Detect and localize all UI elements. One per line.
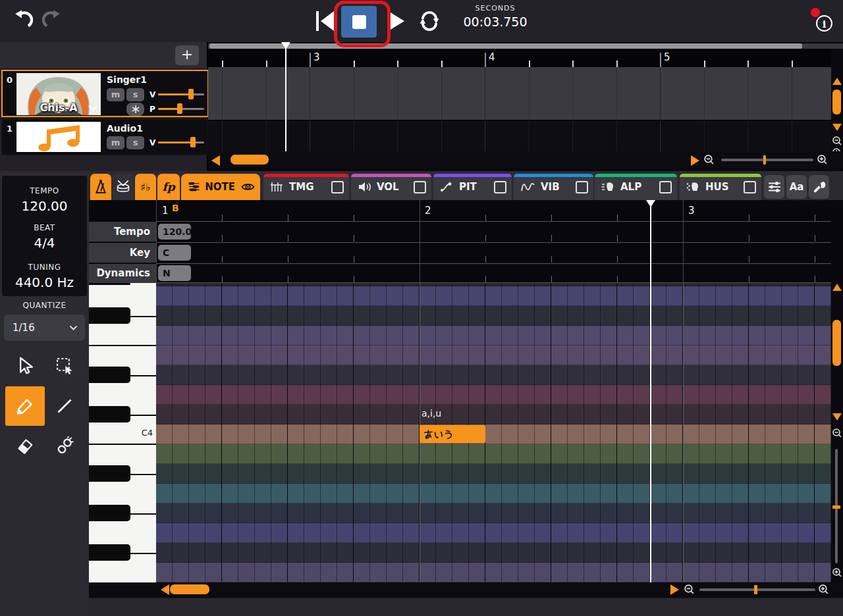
c4-key-label: C4 — [142, 428, 153, 438]
undo-button[interactable] — [11, 9, 33, 32]
arrange-lane-audio[interactable] — [208, 120, 831, 153]
stop-button[interactable] — [341, 6, 377, 38]
metronome-toggle[interactable] — [90, 174, 111, 200]
tab-alp[interactable]: ALP — [595, 174, 677, 200]
tab-vib[interactable]: VIB — [514, 174, 593, 200]
v-zoom-handle[interactable] — [832, 505, 840, 509]
magnifier-minus-icon[interactable] — [684, 584, 695, 595]
tab-checkbox[interactable] — [659, 181, 672, 193]
h-scroll-thumb[interactable] — [170, 584, 209, 594]
scroll-right-arrow[interactable] — [670, 584, 679, 595]
drum-toggle[interactable] — [113, 174, 134, 200]
audio-thumbnail[interactable] — [16, 121, 101, 153]
playhead-marker[interactable] — [646, 200, 655, 207]
tab-checkbox[interactable] — [494, 181, 506, 193]
volume-slider[interactable] — [158, 89, 204, 99]
quantize-dropdown[interactable]: 1/16 — [4, 315, 85, 341]
dynamics-value-chip[interactable]: N — [158, 265, 191, 281]
note-grid[interactable]: a,i,u あいう — [156, 283, 831, 582]
add-track-button[interactable]: + — [175, 45, 199, 65]
scroll-right-arrow[interactable] — [691, 155, 699, 166]
arrange-lane-singer[interactable] — [208, 67, 831, 120]
track-row-singer1[interactable]: 0 Chis-A Singer1 m — [1, 70, 209, 117]
zoom-slider[interactable] — [721, 159, 813, 161]
h-zoom-handle[interactable] — [754, 585, 757, 594]
tab-checkbox[interactable] — [331, 181, 344, 193]
dynamics-icon: fp — [162, 180, 175, 193]
tool-eraser[interactable] — [5, 426, 45, 466]
black-key[interactable] — [89, 283, 130, 285]
black-key[interactable] — [89, 465, 130, 482]
tab-tmg[interactable]: TMG — [263, 174, 349, 200]
section-marker[interactable]: B — [172, 203, 179, 213]
magnifier-minus-icon[interactable] — [703, 154, 715, 165]
black-key[interactable] — [89, 505, 130, 521]
key-value-chip[interactable]: C — [158, 245, 191, 261]
info-button[interactable]: i — [815, 14, 833, 32]
tool-pencil[interactable] — [5, 386, 45, 426]
tool-unlink[interactable] — [45, 426, 84, 466]
tab-pit[interactable]: PIT — [433, 174, 512, 200]
settings-button[interactable] — [809, 175, 829, 199]
tab-checkbox[interactable] — [414, 181, 426, 193]
magnifier-plus-icon[interactable] — [818, 584, 829, 595]
mute-button[interactable]: m — [107, 88, 124, 101]
scroll-left-arrow[interactable] — [211, 155, 220, 166]
magnifier-plus-icon[interactable] — [832, 567, 842, 578]
magnifier-minus-icon[interactable] — [832, 136, 842, 146]
pointer-icon — [15, 356, 35, 376]
tempo-value-chip[interactable]: 120.0 — [158, 224, 191, 240]
tool-pointer[interactable] — [5, 346, 45, 386]
tab-checkbox[interactable] — [744, 181, 756, 193]
zoom-slider-handle[interactable] — [763, 155, 766, 165]
black-key[interactable] — [89, 406, 130, 423]
arrange-h-scrollbar[interactable] — [208, 43, 843, 49]
skip-to-start-button[interactable] — [314, 10, 337, 32]
voice-selector[interactable]: Chis-A — [16, 72, 101, 116]
note-block[interactable]: あいう — [420, 425, 485, 443]
piano-roll-ruler[interactable]: 1 B 2 3 120.0 C N — [156, 200, 831, 283]
scroll-down-arrow[interactable] — [832, 413, 842, 421]
scroll-up-arrow[interactable] — [832, 78, 842, 85]
dynamics-toggle[interactable]: fp — [157, 174, 180, 200]
arrange-h-scroll-thumb[interactable] — [209, 43, 802, 49]
mixer-button[interactable] — [764, 175, 784, 199]
key-signature-toggle[interactable]: ♯♭ — [135, 174, 156, 200]
arrange-playhead-marker[interactable] — [281, 42, 290, 49]
black-key[interactable] — [89, 367, 130, 383]
solo-button[interactable]: s — [126, 88, 144, 101]
magnifier-minus-icon[interactable] — [832, 428, 842, 438]
solo-button[interactable]: s — [126, 136, 144, 149]
arrange-scroll-thumb[interactable] — [231, 155, 269, 165]
rect-select-icon — [55, 356, 74, 376]
scroll-down-arrow[interactable] — [832, 124, 842, 131]
tool-rect-select[interactable] — [45, 346, 84, 386]
tab-checkbox[interactable] — [576, 181, 588, 193]
scroll-left-arrow[interactable] — [161, 584, 169, 595]
redo-button[interactable] — [42, 9, 65, 32]
h-zoom-slider[interactable] — [699, 588, 815, 591]
volume-slider[interactable] — [158, 137, 204, 147]
lyric-text-button[interactable]: Aa — [786, 175, 807, 199]
track-name: Audio1 — [107, 123, 143, 134]
tab-note[interactable]: NOTE — [181, 174, 260, 200]
piano-keyboard[interactable]: C4 — [89, 283, 156, 582]
pitch-slider[interactable] — [158, 103, 204, 114]
play-button[interactable] — [386, 10, 406, 32]
arrange-v-scroll-thumb[interactable] — [832, 90, 841, 115]
tab-vol[interactable]: VOL — [351, 174, 431, 200]
magnifier-plus-icon[interactable] — [817, 154, 828, 165]
arrange-ruler[interactable]: 345 — [208, 49, 831, 67]
song-info-panel[interactable]: TEMPO 120.00 BEAT 4/4 TUNING 440.0 Hz — [2, 176, 87, 296]
tab-hus[interactable]: HUS — [680, 174, 761, 200]
loop-button[interactable] — [418, 11, 441, 32]
black-key[interactable] — [89, 544, 130, 561]
freeze-button[interactable] — [126, 103, 144, 116]
tab-label: ALP — [620, 181, 641, 193]
scroll-up-arrow[interactable] — [832, 284, 842, 291]
v-scroll-thumb[interactable] — [832, 320, 841, 366]
tool-line[interactable] — [45, 386, 84, 426]
track-row-audio1[interactable]: 1 Audio1 m s V — [1, 118, 209, 155]
mute-button[interactable]: m — [107, 136, 124, 149]
black-key[interactable] — [89, 307, 130, 324]
